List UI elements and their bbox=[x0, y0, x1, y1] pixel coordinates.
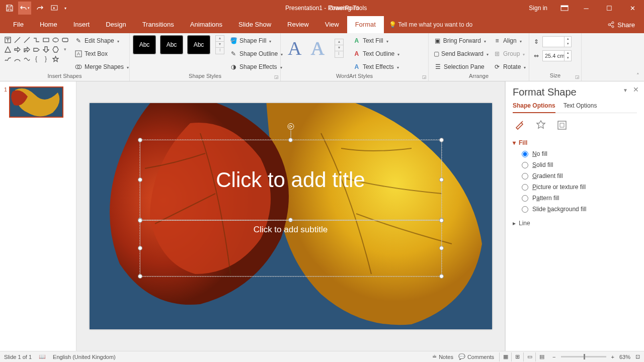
close-button[interactable]: ✕ bbox=[621, 0, 644, 16]
zoom-out-button[interactable]: − bbox=[552, 354, 555, 360]
pane-tab-shape-options[interactable]: Shape Options bbox=[513, 102, 555, 113]
wordart-preset-2[interactable]: A bbox=[310, 37, 324, 59]
shape-styles-launcher[interactable]: ◲ bbox=[273, 74, 279, 80]
align-button[interactable]: ≡Align bbox=[491, 35, 528, 46]
shapes-gallery[interactable]: ▾ { } bbox=[3, 35, 69, 63]
bring-forward-button[interactable]: ▣Bring Forward bbox=[432, 35, 488, 46]
shape-brace-right-icon[interactable]: } bbox=[41, 54, 50, 63]
shape-arrow-right-icon[interactable] bbox=[13, 45, 22, 54]
shape-arc-icon[interactable] bbox=[13, 54, 22, 63]
merge-shapes-button[interactable]: Merge Shapes bbox=[72, 61, 131, 72]
shape-hexagon-icon[interactable] bbox=[51, 45, 60, 54]
zoom-in-button[interactable]: + bbox=[611, 354, 614, 360]
tab-transitions[interactable]: Transitions bbox=[134, 16, 182, 33]
slide-editor[interactable]: ⟳ Click to add title Click to add subtit… bbox=[76, 81, 505, 351]
zoom-level[interactable]: 63% bbox=[619, 354, 630, 360]
rotation-handle[interactable]: ⟳ bbox=[287, 123, 294, 130]
text-outline-button[interactable]: AText Outline bbox=[351, 48, 401, 59]
no-fill-option[interactable]: No fill bbox=[522, 150, 637, 157]
ribbon-display-options[interactable] bbox=[556, 0, 573, 16]
subtitle-text[interactable]: Click to add subtitle bbox=[254, 225, 328, 235]
group-button[interactable]: ⊞Group bbox=[491, 48, 528, 59]
tab-file[interactable]: File bbox=[5, 16, 32, 33]
pattern-fill-option[interactable]: Pattern fill bbox=[522, 195, 637, 202]
effects-category-icon[interactable] bbox=[534, 118, 548, 132]
sign-in-link[interactable]: Sign in bbox=[529, 5, 547, 12]
shape-textbox-icon[interactable] bbox=[3, 35, 12, 44]
pane-options[interactable]: ▼ bbox=[623, 87, 628, 93]
text-fill-button[interactable]: AText Fill bbox=[351, 35, 401, 46]
wordart-launcher[interactable]: ◲ bbox=[421, 74, 427, 80]
wordart-gallery[interactable]: A A ▴▾⁞ bbox=[284, 35, 348, 61]
tab-slideshow[interactable]: Slide Show bbox=[230, 16, 279, 33]
handle-ml[interactable] bbox=[138, 177, 142, 182]
slideshow-view-button[interactable]: ▤ bbox=[535, 352, 547, 361]
comments-button[interactable]: 💬 Comments bbox=[458, 353, 494, 360]
shape-style-preset-3[interactable]: Abc bbox=[187, 35, 210, 54]
title-text[interactable]: Click to add title bbox=[216, 168, 365, 192]
height-input[interactable]: ▴▾ bbox=[542, 36, 572, 47]
language-indicator[interactable]: English (United Kingdom) bbox=[53, 354, 116, 360]
handle-bl[interactable] bbox=[138, 274, 142, 279]
tab-home[interactable]: Home bbox=[32, 16, 65, 33]
shape-outline-button[interactable]: ✎Shape Outline bbox=[227, 48, 285, 59]
shape-arrow-block-icon[interactable] bbox=[32, 45, 41, 54]
slide-indicator[interactable]: Slide 1 of 1 bbox=[4, 354, 32, 360]
width-input[interactable]: 25.4 cm▴▾ bbox=[542, 50, 572, 61]
fill-section-header[interactable]: ▾ Fill bbox=[513, 139, 637, 146]
shape-brace-left-icon[interactable]: { bbox=[32, 54, 41, 63]
spell-check-icon[interactable]: 📖 bbox=[39, 353, 46, 360]
undo-button[interactable]: ▾ bbox=[18, 2, 31, 15]
shape-line2-icon[interactable] bbox=[22, 35, 31, 44]
shape-oval-icon[interactable] bbox=[51, 35, 60, 44]
handle-tc[interactable] bbox=[288, 138, 293, 142]
collapse-ribbon[interactable]: ˄ bbox=[634, 71, 642, 79]
shape-rect-icon[interactable] bbox=[41, 35, 50, 44]
edit-shape-button[interactable]: ✎Edit Shape bbox=[72, 35, 131, 46]
shape-arrow-down-icon[interactable] bbox=[41, 45, 50, 54]
send-backward-button[interactable]: ▢Send Backward bbox=[432, 48, 488, 59]
slide-canvas[interactable]: ⟳ Click to add title Click to add subtit… bbox=[90, 103, 492, 329]
reading-view-button[interactable]: ▭ bbox=[523, 352, 535, 361]
slide-thumbnail-1[interactable]: 1 bbox=[4, 86, 72, 118]
minimize-button[interactable]: ─ bbox=[575, 0, 598, 16]
handle-ml[interactable] bbox=[138, 246, 142, 250]
zoom-slider[interactable] bbox=[561, 356, 606, 357]
gradient-fill-option[interactable]: Gradient fill bbox=[522, 172, 637, 179]
redo-button[interactable] bbox=[33, 2, 46, 15]
line-section-header[interactable]: ▸ Line bbox=[513, 220, 637, 227]
shape-arrow-turn-icon[interactable] bbox=[22, 45, 31, 54]
shape-roundrect-icon[interactable] bbox=[60, 35, 69, 44]
shape-style-preset-1[interactable]: Abc bbox=[133, 35, 156, 54]
sorter-view-button[interactable]: ⊞ bbox=[511, 352, 523, 361]
shape-expand-icon[interactable]: ▾ bbox=[60, 45, 69, 54]
title-placeholder[interactable]: ⟳ Click to add title bbox=[140, 140, 442, 220]
shape-style-gallery-nav[interactable]: ▴▾⁞ bbox=[215, 35, 224, 54]
notes-button[interactable]: ≐ Notes bbox=[432, 353, 453, 360]
shape-scribble-icon[interactable] bbox=[3, 54, 12, 63]
handle-tl[interactable] bbox=[138, 218, 142, 223]
shape-connector-icon[interactable] bbox=[32, 35, 41, 44]
text-box-button[interactable]: AText Box bbox=[72, 48, 131, 59]
handle-br[interactable] bbox=[439, 274, 444, 279]
shape-line-icon[interactable] bbox=[13, 35, 22, 44]
text-effects-button[interactable]: AText Effects bbox=[351, 61, 401, 72]
handle-tr[interactable] bbox=[439, 138, 444, 142]
shape-triangle-icon[interactable] bbox=[3, 45, 12, 54]
picture-fill-option[interactable]: Picture or texture fill bbox=[522, 184, 637, 191]
shape-fill-button[interactable]: 🪣Shape Fill bbox=[227, 35, 285, 46]
handle-mr[interactable] bbox=[439, 246, 444, 250]
fill-line-icon[interactable] bbox=[513, 118, 527, 132]
handle-mr[interactable] bbox=[439, 177, 444, 182]
start-from-beginning-button[interactable] bbox=[48, 2, 61, 15]
pane-close-button[interactable]: ✕ bbox=[633, 85, 639, 94]
solid-fill-option[interactable]: Solid fill bbox=[522, 161, 637, 168]
tab-insert[interactable]: Insert bbox=[65, 16, 98, 33]
shape-star-icon[interactable] bbox=[51, 54, 60, 63]
tab-animations[interactable]: Animations bbox=[182, 16, 230, 33]
pane-tab-text-options[interactable]: Text Options bbox=[564, 102, 597, 113]
qat-customize[interactable]: ▾ bbox=[63, 6, 67, 11]
shape-effects-button[interactable]: ◑Shape Effects bbox=[227, 61, 285, 72]
fit-to-window-button[interactable]: ⊡ bbox=[635, 353, 640, 360]
wordart-preset-1[interactable]: A bbox=[288, 37, 301, 59]
